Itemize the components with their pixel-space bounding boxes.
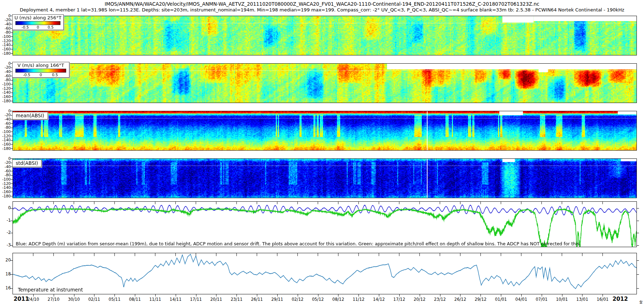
x-tick-label: 05/12 — [312, 297, 324, 302]
x-tick — [521, 294, 522, 296]
u-heatmap-canvas — [13, 16, 636, 55]
y-tick-label: -120 — [1, 87, 11, 90]
panel-mean-absi: mean(ABSI) — [13, 111, 637, 151]
y-tick — [11, 171, 13, 171]
x-tick-label: 17/12 — [393, 297, 405, 302]
y-tick — [11, 196, 13, 196]
x-tick — [542, 294, 542, 296]
mean-absi-label: mean(ABSI) — [12, 112, 48, 119]
colorbar-tick-label: -0.5 — [23, 73, 30, 77]
y-tick-label: -140 — [1, 186, 11, 190]
u-legend-title: U (m/s) along 256°T — [13, 15, 63, 21]
x-tick — [318, 294, 318, 296]
page-subtitle: Deployment 4, member 1 lat=31.98S lon=11… — [0, 7, 644, 13]
temperature-label: Temperature at instrument — [18, 287, 83, 293]
y-tick-label: -120 — [1, 182, 11, 186]
y-tick — [10, 274, 13, 275]
y-tick-label: -180 — [1, 52, 11, 55]
x-tick-label: 16/01 — [597, 297, 609, 302]
y-tick-right — [637, 245, 639, 246]
x-tick — [176, 294, 176, 296]
v-heatmap-canvas — [13, 64, 636, 103]
y-tick — [11, 140, 13, 141]
x-tick — [277, 294, 278, 296]
x-tick — [480, 294, 481, 296]
panel-temperature: Temperature at instrument — [13, 253, 637, 294]
x-tick-label: 23/11 — [231, 297, 243, 302]
page-title: IMOS/ANMN/WA/WACA20/Velocity/IMOS_ANMN-W… — [0, 1, 644, 7]
x-tick — [114, 294, 115, 296]
x-tick-label: 10/01 — [556, 297, 568, 302]
y-tick — [11, 123, 13, 124]
y-tick — [11, 97, 13, 97]
x-tick-label: 07/01 — [536, 297, 547, 302]
y-tick-label: -3 — [1, 243, 11, 247]
y-tick — [10, 221, 13, 221]
y-tick — [10, 208, 13, 209]
x-tick — [74, 294, 74, 296]
y-tick-label: 0 — [1, 109, 11, 113]
x-tick-label: 05/11 — [109, 297, 121, 302]
y-tick — [11, 36, 13, 37]
v-colorbar — [15, 69, 66, 73]
y-tick-label: -160 — [1, 142, 11, 146]
y-tick — [11, 132, 13, 132]
depth-annotation-text: Blue: ADCP Depth (m) variation from sens… — [16, 241, 581, 246]
panel-v-velocity: V (m/s) along 166°T -0.5 0 0.5 — [13, 63, 637, 103]
y-tick — [11, 33, 13, 33]
y-tick-label: -20 — [1, 65, 11, 69]
u-colorbar-ticks: -0.5 0 0.5 — [13, 25, 63, 30]
y-tick-label: -80 — [1, 173, 11, 177]
v-legend-title: V (m/s) along 166°T — [13, 63, 69, 68]
x-tick — [460, 294, 460, 296]
std-absi-heatmap-canvas — [13, 159, 636, 198]
x-tick-label: 17/11 — [190, 297, 202, 302]
y-tick — [11, 45, 13, 45]
mean-absi-heatmap-canvas — [13, 111, 636, 150]
y-tick-right — [637, 221, 639, 221]
y-tick — [11, 144, 13, 144]
y-tick-label: -80 — [1, 30, 11, 34]
y-tick-label: -160 — [1, 190, 11, 194]
y-tick — [10, 233, 13, 233]
y-tick — [10, 288, 13, 289]
panel-u-velocity: U (m/s) along 256°T -0.5 0 0.5 — [13, 16, 637, 55]
x-tick — [298, 294, 298, 296]
y-tick-right — [637, 288, 639, 289]
y-tick-right — [637, 233, 639, 233]
y-tick — [11, 101, 13, 101]
y-tick-label: -60 — [1, 26, 11, 30]
panel-depth-variation: Blue: ADCP Depth (m) variation from sens… — [13, 201, 637, 247]
y-tick-right — [637, 208, 639, 209]
y-tick-label: -100 — [1, 35, 11, 39]
u-legend: U (m/s) along 256°T -0.5 0 0.5 — [12, 14, 64, 30]
y-tick-label: 16 — [1, 286, 11, 290]
x-tick-label: 30/10 — [68, 297, 80, 302]
y-tick-label: -40 — [1, 70, 11, 74]
y-tick-label: -140 — [1, 43, 11, 47]
y-tick-label: 20 — [1, 258, 11, 262]
x-tick-label: 26/12 — [454, 297, 466, 302]
v-legend: V (m/s) along 166°T -0.5 0 0.5 — [12, 62, 69, 78]
x-tick — [257, 294, 257, 296]
x-tick-label: 13/01 — [576, 297, 588, 302]
x-tick-label: 27/10 — [48, 297, 59, 302]
x-tick-label: 04/01 — [515, 297, 527, 302]
y-tick-label: -20 — [1, 161, 11, 165]
x-tick-label: 29/12 — [475, 297, 487, 302]
y-tick — [11, 111, 13, 111]
y-tick-label: -80 — [1, 126, 11, 129]
year-label-end: 2012 — [613, 296, 628, 302]
y-tick-label: -120 — [1, 39, 11, 43]
x-tick-label: 14/11 — [170, 297, 181, 302]
x-tick — [399, 294, 400, 296]
depth-lines-canvas — [13, 202, 636, 247]
x-tick — [33, 294, 34, 296]
colorbar-tick-label: -0.5 — [21, 25, 29, 29]
x-tick — [196, 294, 196, 296]
y-tick-label: -20 — [1, 113, 11, 117]
y-tick-label: -180 — [1, 99, 11, 103]
y-tick — [11, 88, 13, 89]
x-tick-label: 11/11 — [149, 297, 161, 302]
y-tick-label: -60 — [1, 122, 11, 126]
